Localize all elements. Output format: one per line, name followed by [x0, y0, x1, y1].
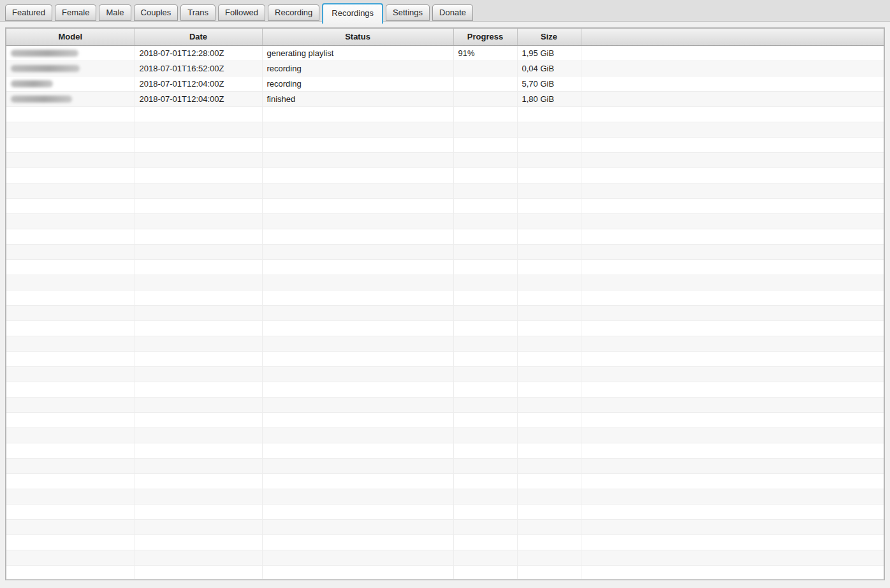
cell-spacer	[581, 198, 884, 213]
cell-spacer	[581, 473, 884, 489]
cell-model	[6, 443, 135, 458]
empty-row	[6, 305, 884, 320]
redacted-model-name	[11, 80, 53, 87]
cell-status	[262, 427, 453, 443]
cell-size	[517, 152, 581, 168]
cell-size	[517, 458, 581, 473]
table-row[interactable]: 2018-07-01T12:28:00Zgenerating playlist9…	[6, 45, 884, 61]
cell-status: generating playlist	[262, 45, 453, 61]
tab-followed[interactable]: Followed	[218, 4, 265, 21]
column-header-date[interactable]: Date	[135, 29, 262, 45]
empty-row	[6, 259, 884, 275]
tab-female[interactable]: Female	[55, 4, 96, 21]
empty-row	[6, 397, 884, 412]
table-header-row: ModelDateStatusProgressSize	[6, 29, 884, 45]
empty-row	[6, 351, 884, 366]
cell-status	[262, 397, 453, 412]
cell-spacer	[581, 489, 884, 504]
tab-featured[interactable]: Featured	[5, 4, 52, 21]
column-header-spacer[interactable]	[581, 29, 884, 45]
cell-size	[517, 519, 581, 534]
cell-size	[517, 504, 581, 519]
cell-progress	[453, 61, 517, 76]
cell-model	[6, 76, 135, 91]
tab-male[interactable]: Male	[99, 4, 131, 21]
tab-recording[interactable]: Recording	[268, 4, 319, 21]
cell-status	[262, 565, 453, 580]
cell-model	[6, 122, 135, 137]
cell-date	[135, 458, 262, 473]
tab-trans[interactable]: Trans	[180, 4, 215, 21]
cell-size	[517, 198, 581, 213]
empty-row	[6, 550, 884, 565]
tab-settings[interactable]: Settings	[386, 4, 430, 21]
column-header-progress[interactable]: Progress	[453, 29, 517, 45]
empty-row	[6, 565, 884, 580]
tab-donate[interactable]: Donate	[432, 4, 473, 21]
cell-spacer	[581, 504, 884, 519]
cell-spacer	[581, 290, 884, 305]
empty-row	[6, 458, 884, 473]
cell-status	[262, 259, 453, 275]
empty-row	[6, 473, 884, 489]
cell-model	[6, 244, 135, 259]
column-header-size[interactable]: Size	[517, 29, 581, 45]
cell-progress: 91%	[453, 45, 517, 61]
empty-row	[6, 244, 884, 259]
cell-status: recording	[262, 76, 453, 91]
cell-date	[135, 489, 262, 504]
cell-progress	[453, 259, 517, 275]
cell-size	[517, 534, 581, 550]
column-header-status[interactable]: Status	[262, 29, 453, 45]
cell-status	[262, 106, 453, 122]
cell-spacer	[581, 91, 884, 106]
cell-date: 2018-07-01T16:52:00Z	[135, 61, 262, 76]
cell-model	[6, 106, 135, 122]
redacted-model-name	[11, 65, 80, 72]
cell-status	[262, 443, 453, 458]
cell-status	[262, 183, 453, 198]
cell-date	[135, 229, 262, 244]
cell-spacer	[581, 45, 884, 61]
empty-row	[6, 489, 884, 504]
cell-size: 0,04 GiB	[517, 61, 581, 76]
cell-progress	[453, 443, 517, 458]
cell-model	[6, 366, 135, 382]
cell-size	[517, 106, 581, 122]
table-row[interactable]: 2018-07-01T12:04:00Zfinished1,80 GiB	[6, 91, 884, 106]
cell-size	[517, 320, 581, 336]
cell-status	[262, 229, 453, 244]
column-header-model[interactable]: Model	[6, 29, 135, 45]
tab-recordings[interactable]: Recordings	[322, 3, 383, 24]
empty-row	[6, 320, 884, 336]
cell-date	[135, 259, 262, 275]
cell-size	[517, 290, 581, 305]
cell-progress	[453, 473, 517, 489]
cell-model	[6, 259, 135, 275]
cell-status: finished	[262, 91, 453, 106]
cell-progress	[453, 366, 517, 382]
cell-spacer	[581, 412, 884, 427]
cell-size	[517, 244, 581, 259]
cell-model	[6, 427, 135, 443]
cell-status	[262, 351, 453, 366]
cell-model	[6, 168, 135, 183]
cell-date	[135, 473, 262, 489]
cell-size	[517, 229, 581, 244]
cell-size	[517, 183, 581, 198]
recordings-panel: ModelDateStatusProgressSize 2018-07-01T1…	[5, 27, 885, 580]
table-row[interactable]: 2018-07-01T12:04:00Zrecording5,70 GiB	[6, 76, 884, 91]
cell-status	[262, 137, 453, 152]
table-row[interactable]: 2018-07-01T16:52:00Zrecording0,04 GiB	[6, 61, 884, 76]
cell-date	[135, 519, 262, 534]
cell-spacer	[581, 382, 884, 397]
tab-couples[interactable]: Couples	[134, 4, 179, 21]
cell-status	[262, 489, 453, 504]
empty-row	[6, 168, 884, 183]
cell-date: 2018-07-01T12:04:00Z	[135, 76, 262, 91]
cell-progress	[453, 183, 517, 198]
cell-progress	[453, 382, 517, 397]
cell-model	[6, 473, 135, 489]
cell-status	[262, 320, 453, 336]
cell-status	[262, 366, 453, 382]
